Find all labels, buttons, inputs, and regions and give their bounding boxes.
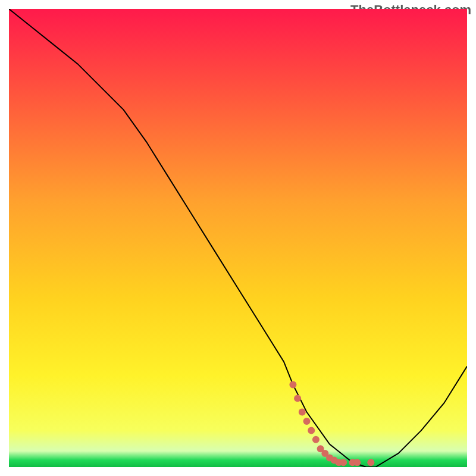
gradient-bg <box>9 9 467 467</box>
marker-dot <box>303 418 311 425</box>
marker-dot <box>294 395 301 402</box>
marker-dot <box>308 427 315 434</box>
marker-dot <box>289 381 296 388</box>
marker-dot <box>312 436 320 443</box>
marker-dot <box>299 409 306 416</box>
chart-svg <box>9 9 467 467</box>
marker-dot <box>353 459 361 466</box>
marker-dot <box>340 459 347 466</box>
marker-dot <box>367 459 374 466</box>
chart-container: TheBottleneck.com <box>0 0 476 476</box>
